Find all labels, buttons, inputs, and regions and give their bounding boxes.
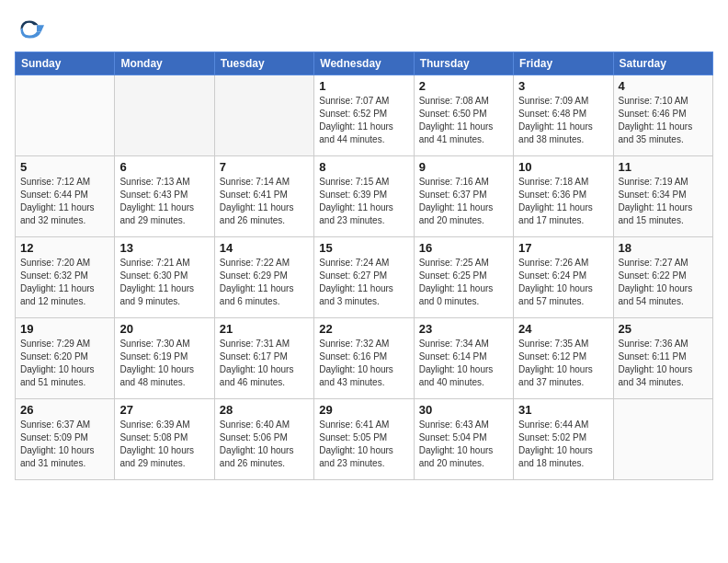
day-header-thursday: Thursday: [414, 52, 513, 75]
calendar-cell: 26Sunrise: 6:37 AM Sunset: 5:09 PM Dayli…: [16, 399, 115, 480]
calendar-cell: 23Sunrise: 7:34 AM Sunset: 6:14 PM Dayli…: [414, 318, 513, 399]
day-number: 24: [518, 322, 608, 336]
day-info: Sunrise: 7:18 AM Sunset: 6:36 PM Dayligh…: [518, 176, 608, 227]
calendar-cell: 1Sunrise: 7:07 AM Sunset: 6:52 PM Daylig…: [314, 75, 414, 156]
days-header-row: SundayMondayTuesdayWednesdayThursdayFrid…: [16, 52, 713, 75]
day-number: 29: [319, 403, 408, 417]
calendar-cell: 13Sunrise: 7:21 AM Sunset: 6:30 PM Dayli…: [115, 237, 214, 318]
day-number: 9: [419, 160, 508, 174]
calendar-cell: 27Sunrise: 6:39 AM Sunset: 5:08 PM Dayli…: [115, 399, 214, 480]
week-row-1: 1Sunrise: 7:07 AM Sunset: 6:52 PM Daylig…: [16, 75, 713, 156]
day-info: Sunrise: 7:22 AM Sunset: 6:29 PM Dayligh…: [220, 257, 309, 308]
day-number: 31: [518, 403, 608, 417]
day-number: 26: [20, 403, 109, 417]
day-header-monday: Monday: [115, 52, 214, 75]
day-number: 4: [619, 79, 708, 93]
calendar-cell: 24Sunrise: 7:35 AM Sunset: 6:12 PM Dayli…: [514, 318, 613, 399]
calendar-cell: 4Sunrise: 7:10 AM Sunset: 6:46 PM Daylig…: [613, 75, 712, 156]
day-info: Sunrise: 7:10 AM Sunset: 6:46 PM Dayligh…: [619, 95, 708, 146]
calendar-cell: 3Sunrise: 7:09 AM Sunset: 6:48 PM Daylig…: [514, 75, 613, 156]
week-row-2: 5Sunrise: 7:12 AM Sunset: 6:44 PM Daylig…: [16, 156, 713, 237]
calendar: SundayMondayTuesdayWednesdayThursdayFrid…: [15, 52, 713, 480]
day-number: 10: [518, 160, 608, 174]
day-number: 19: [20, 322, 109, 336]
day-number: 21: [220, 322, 309, 336]
calendar-cell: 20Sunrise: 7:30 AM Sunset: 6:19 PM Dayli…: [115, 318, 214, 399]
calendar-cell: 7Sunrise: 7:14 AM Sunset: 6:41 PM Daylig…: [214, 156, 313, 237]
day-info: Sunrise: 7:07 AM Sunset: 6:52 PM Dayligh…: [319, 95, 408, 146]
day-info: Sunrise: 6:41 AM Sunset: 5:05 PM Dayligh…: [319, 419, 408, 470]
day-info: Sunrise: 7:25 AM Sunset: 6:25 PM Dayligh…: [419, 257, 508, 308]
day-info: Sunrise: 7:21 AM Sunset: 6:30 PM Dayligh…: [119, 257, 209, 308]
day-number: 3: [518, 79, 608, 93]
logo: [15, 15, 48, 44]
calendar-cell: 17Sunrise: 7:26 AM Sunset: 6:24 PM Dayli…: [514, 237, 613, 318]
day-info: Sunrise: 6:43 AM Sunset: 5:04 PM Dayligh…: [419, 419, 508, 470]
day-info: Sunrise: 7:35 AM Sunset: 6:12 PM Dayligh…: [518, 338, 608, 389]
logo-icon: [15, 15, 44, 44]
svg-marker-0: [37, 25, 44, 31]
calendar-cell: 19Sunrise: 7:29 AM Sunset: 6:20 PM Dayli…: [16, 318, 115, 399]
day-number: 1: [319, 79, 408, 93]
page-header: [15, 15, 713, 44]
day-number: 18: [619, 241, 708, 255]
day-info: Sunrise: 7:15 AM Sunset: 6:39 PM Dayligh…: [319, 176, 408, 227]
calendar-cell: 6Sunrise: 7:13 AM Sunset: 6:43 PM Daylig…: [115, 156, 214, 237]
day-header-friday: Friday: [514, 52, 613, 75]
day-header-sunday: Sunday: [16, 52, 115, 75]
calendar-cell: [16, 75, 115, 156]
day-number: 13: [119, 241, 209, 255]
calendar-cell: 16Sunrise: 7:25 AM Sunset: 6:25 PM Dayli…: [414, 237, 513, 318]
day-number: 28: [220, 403, 309, 417]
day-header-wednesday: Wednesday: [314, 52, 414, 75]
calendar-cell: 15Sunrise: 7:24 AM Sunset: 6:27 PM Dayli…: [314, 237, 414, 318]
calendar-cell: 9Sunrise: 7:16 AM Sunset: 6:37 PM Daylig…: [414, 156, 513, 237]
calendar-cell: [613, 399, 712, 480]
day-info: Sunrise: 7:29 AM Sunset: 6:20 PM Dayligh…: [20, 338, 109, 389]
day-info: Sunrise: 7:34 AM Sunset: 6:14 PM Dayligh…: [419, 338, 508, 389]
calendar-cell: 5Sunrise: 7:12 AM Sunset: 6:44 PM Daylig…: [16, 156, 115, 237]
week-row-4: 19Sunrise: 7:29 AM Sunset: 6:20 PM Dayli…: [16, 318, 713, 399]
day-number: 17: [518, 241, 608, 255]
day-number: 27: [119, 403, 209, 417]
day-number: 22: [319, 322, 408, 336]
day-info: Sunrise: 7:12 AM Sunset: 6:44 PM Dayligh…: [20, 176, 109, 227]
day-info: Sunrise: 7:14 AM Sunset: 6:41 PM Dayligh…: [220, 176, 309, 227]
calendar-cell: 30Sunrise: 6:43 AM Sunset: 5:04 PM Dayli…: [414, 399, 513, 480]
day-info: Sunrise: 6:39 AM Sunset: 5:08 PM Dayligh…: [119, 419, 209, 470]
day-number: 16: [419, 241, 508, 255]
day-number: 11: [619, 160, 708, 174]
day-info: Sunrise: 7:19 AM Sunset: 6:34 PM Dayligh…: [619, 176, 708, 227]
calendar-cell: 22Sunrise: 7:32 AM Sunset: 6:16 PM Dayli…: [314, 318, 414, 399]
calendar-cell: 28Sunrise: 6:40 AM Sunset: 5:06 PM Dayli…: [214, 399, 313, 480]
week-row-3: 12Sunrise: 7:20 AM Sunset: 6:32 PM Dayli…: [16, 237, 713, 318]
day-info: Sunrise: 7:36 AM Sunset: 6:11 PM Dayligh…: [619, 338, 708, 389]
day-info: Sunrise: 7:30 AM Sunset: 6:19 PM Dayligh…: [119, 338, 209, 389]
calendar-cell: 18Sunrise: 7:27 AM Sunset: 6:22 PM Dayli…: [613, 237, 712, 318]
calendar-cell: 12Sunrise: 7:20 AM Sunset: 6:32 PM Dayli…: [16, 237, 115, 318]
day-header-tuesday: Tuesday: [214, 52, 313, 75]
day-number: 23: [419, 322, 508, 336]
day-info: Sunrise: 6:37 AM Sunset: 5:09 PM Dayligh…: [20, 419, 109, 470]
day-info: Sunrise: 7:26 AM Sunset: 6:24 PM Dayligh…: [518, 257, 608, 308]
day-number: 20: [119, 322, 209, 336]
day-info: Sunrise: 7:31 AM Sunset: 6:17 PM Dayligh…: [220, 338, 309, 389]
day-header-saturday: Saturday: [613, 52, 712, 75]
calendar-cell: [214, 75, 313, 156]
calendar-cell: 10Sunrise: 7:18 AM Sunset: 6:36 PM Dayli…: [514, 156, 613, 237]
calendar-cell: 2Sunrise: 7:08 AM Sunset: 6:50 PM Daylig…: [414, 75, 513, 156]
day-info: Sunrise: 7:08 AM Sunset: 6:50 PM Dayligh…: [419, 95, 508, 146]
day-info: Sunrise: 7:13 AM Sunset: 6:43 PM Dayligh…: [119, 176, 209, 227]
day-number: 6: [119, 160, 209, 174]
calendar-cell: [115, 75, 214, 156]
calendar-cell: 14Sunrise: 7:22 AM Sunset: 6:29 PM Dayli…: [214, 237, 313, 318]
day-number: 25: [619, 322, 708, 336]
day-number: 2: [419, 79, 508, 93]
calendar-cell: 8Sunrise: 7:15 AM Sunset: 6:39 PM Daylig…: [314, 156, 414, 237]
day-info: Sunrise: 6:44 AM Sunset: 5:02 PM Dayligh…: [518, 419, 608, 470]
day-number: 8: [319, 160, 408, 174]
day-info: Sunrise: 7:09 AM Sunset: 6:48 PM Dayligh…: [518, 95, 608, 146]
week-row-5: 26Sunrise: 6:37 AM Sunset: 5:09 PM Dayli…: [16, 399, 713, 480]
day-info: Sunrise: 7:20 AM Sunset: 6:32 PM Dayligh…: [20, 257, 109, 308]
day-number: 5: [20, 160, 109, 174]
